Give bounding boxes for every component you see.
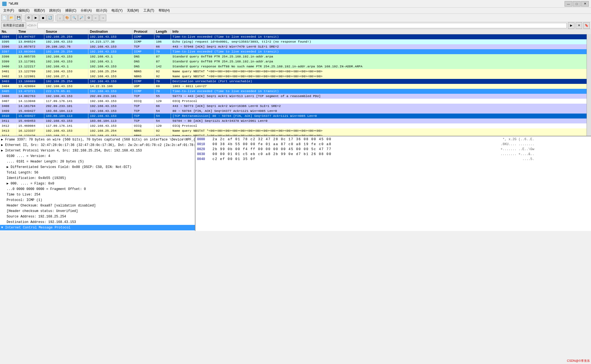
table-row[interactable]: 339913.117301192.168.43.153192.168.43.1D… (0, 59, 591, 64)
table-row[interactable]: 340413.428094192.168.43.15314.22.33.106U… (0, 84, 591, 89)
title-bar: *WLAN — □ ✕ (0, 0, 591, 8)
filter-bar: 应用显示过滤器 «Ctrl-/> ▶ ✕ 🔖 (0, 22, 591, 29)
menu-capture[interactable]: 捕获(C) (63, 8, 79, 13)
menu-goto[interactable]: 跳转(G) (47, 8, 63, 13)
zoom-out-button[interactable]: 🔎 (78, 15, 85, 21)
filter-input[interactable] (37, 23, 567, 28)
stop-capture-button[interactable]: ⏹ (40, 15, 46, 21)
title-bar-controls[interactable]: — □ ✕ (565, 1, 589, 7)
minimize-button[interactable]: — (565, 1, 572, 7)
table-row[interactable]: 340113.122709192.168.43.153192.168.25.25… (0, 69, 591, 74)
detail-line[interactable]: ▶ Differentiated Services Field: 0x00 (D… (0, 164, 195, 170)
detail-line[interactable]: .... 0101 = Header Length: 20 bytes (5) (0, 159, 195, 164)
col-proto[interactable]: Protocol (132, 29, 154, 34)
menu-wireless[interactable]: 无线(W) (125, 8, 141, 13)
table-row[interactable]: 340213.122801192.168.27.1192.168.43.153N… (0, 74, 591, 79)
filter-bookmark-button[interactable]: 🔖 (583, 22, 590, 29)
detail-line[interactable]: [Header checksum status: Unverified] (0, 208, 195, 214)
table-row[interactable]: 341316.123337192.168.43.153192.168.25.25… (0, 128, 591, 133)
scroll-autoscroll-button[interactable]: ↓ (57, 15, 63, 21)
menu-analyze[interactable]: 分析(A) (78, 8, 94, 13)
table-row[interactable]: 341215.460084117.89.176.141192.168.43.15… (0, 123, 591, 128)
table-row[interactable]: 341115.449453192.168.43.153183.66.104.11… (0, 118, 591, 123)
table-row[interactable]: 341015.449427183.66.104.113192.168.43.15… (0, 114, 591, 118)
capture-opts-button[interactable]: ⚙ (25, 15, 32, 21)
menu-view[interactable]: 视图(V) (32, 8, 47, 13)
colorize-button[interactable]: 🎨 (64, 15, 70, 21)
filter-clear-button[interactable]: ✕ (576, 22, 582, 29)
table-row[interactable]: 340513.473721222.176.65.81192.168.43.153… (0, 89, 591, 94)
detail-line[interactable]: 0100 .... = Version: 4 (0, 153, 195, 159)
hex-row: 003000 00 01 01 c5 eb c0 a8 2b 99 0e d7 … (197, 152, 534, 157)
filter-apply-button[interactable]: ▶ (568, 22, 574, 29)
menu-statistics[interactable]: 统计(S) (94, 8, 109, 13)
table-row[interactable]: 339713.083966192.168.25.254192.168.43.15… (0, 49, 591, 54)
packet-list-body: 339413.047437192.168.25.254192.168.43.15… (0, 34, 591, 137)
detail-line[interactable]: ▼ Internet Control Message Protocol (0, 225, 195, 230)
packet-list-scrollbar[interactable] (587, 29, 591, 136)
detail-line[interactable]: Time to Live: 254 (0, 192, 195, 197)
watermark: CSDN@©李淮东 (567, 359, 590, 363)
hex-panel: 00002a 2c af 01 78 c2 32 47 28 0c 17 36 … (195, 136, 591, 231)
forward-button[interactable]: → (100, 15, 106, 21)
table-row[interactable]: 340013.122217192.168.43.1192.168.43.153D… (0, 64, 591, 69)
col-source[interactable]: Source (44, 29, 88, 34)
detail-line[interactable]: ▶ 000. .... = Flags: 0x0 (0, 181, 195, 186)
col-no[interactable]: No. (0, 29, 17, 34)
detail-line[interactable]: Source Address: 192.168.25.254 (0, 214, 195, 219)
zoom-in-button[interactable]: 🔍 (71, 15, 78, 21)
table-row[interactable]: 339613.05787220.198.162.76192.168.43.153… (0, 44, 591, 49)
table-row[interactable]: 339413.047437192.168.25.254192.168.43.15… (0, 34, 591, 39)
filter-shortcut: «Ctrl-/> (27, 24, 36, 27)
table-row[interactable]: 340614.082763192.168.43.153202.89.233.10… (0, 94, 591, 99)
menu-phone[interactable]: 电话(Y) (109, 8, 125, 13)
detail-line[interactable]: ...0 0000 0000 0000 = Fragment Offset: 0 (0, 186, 195, 192)
col-time[interactable]: Time (17, 29, 44, 34)
separator-2 (55, 15, 56, 21)
menu-edit[interactable]: 编辑(E) (16, 8, 32, 13)
zoom-reset-button[interactable]: ⊙ (85, 15, 92, 21)
menu-file[interactable]: 文件(F) (1, 8, 16, 13)
window-title: *WLAN (8, 2, 18, 6)
hex-lines: 00002a 2c af 01 78 c2 32 47 28 0c 17 36 … (197, 137, 534, 162)
detail-line[interactable]: Protocol: ICMP (1) (0, 197, 195, 203)
new-button[interactable]: 📄 (1, 15, 8, 21)
detail-line[interactable]: ▶ Internet Protocol Version 4, Src: 192.… (0, 148, 195, 153)
detail-line[interactable]: Header Checksum: 0xaa87 [validation disa… (0, 203, 195, 208)
back-button[interactable]: ← (92, 15, 99, 21)
menu-bar: 文件(F) 编辑(E) 视图(V) 跳转(G) 捕获(C) 分析(A) 统计(S… (0, 8, 591, 14)
open-button[interactable]: 📂 (8, 15, 15, 21)
table-row[interactable]: 340714.113048117.89.176.141192.168.43.15… (0, 99, 591, 104)
hex-row: 0040c2 ef 00 01 35 0f....5. (197, 157, 534, 162)
table-row[interactable]: 340814.161794202.89.233.101192.168.43.15… (0, 104, 591, 109)
col-info[interactable]: Info (171, 29, 591, 34)
menu-help[interactable]: 帮助(H) (156, 8, 172, 13)
start-capture-button[interactable]: ▶ (32, 15, 39, 21)
packet-list[interactable]: No. Time Source Destination Protocol Len… (0, 29, 591, 136)
save-button[interactable]: 💾 (15, 15, 22, 21)
table-row[interactable]: 339513.048524192.168.43.15314.215.177.38… (0, 39, 591, 44)
table-row[interactable]: 341416.123426192.168.27.1192.168.43.153N… (0, 133, 591, 137)
detail-line[interactable]: ▶ Ethernet II, Src: 32:47:28:0c:17:36 (3… (0, 142, 195, 148)
table-row[interactable]: 340915.449427183.66.104.113192.168.43.15… (0, 109, 591, 114)
restart-capture-button[interactable]: 🔄 (47, 15, 53, 21)
separator-1 (23, 15, 24, 21)
menu-tools[interactable]: 工具(T) (141, 8, 156, 13)
detail-tree[interactable]: ▶ Frame 3397: 70 bytes on wire (560 bits… (0, 136, 195, 231)
table-row[interactable]: 340313.160889192.168.25.254192.168.43.15… (0, 79, 591, 84)
close-button[interactable]: ✕ (581, 1, 589, 7)
maximize-button[interactable]: □ (573, 1, 581, 7)
detail-line[interactable]: ▶ Frame 3397: 70 bytes on wire (560 bits… (0, 137, 195, 142)
detail-line[interactable]: Identification: 0x4b55 (19285) (0, 175, 195, 181)
col-len[interactable]: Length (154, 29, 171, 34)
detail-line[interactable]: Total Length: 56 (0, 170, 195, 175)
hex-row: 001000 38 4b 55 00 00 fe 01 aa 87 c0 a8 … (197, 142, 534, 147)
hex-row: 00202b 99 0b 00 f4 ff 00 00 00 00 45 00 … (197, 147, 534, 152)
col-dest[interactable]: Destination (88, 29, 132, 34)
toolbar: 📄 📂 💾 ⚙ ▶ ⏹ 🔄 ↓ 🎨 🔍 🔎 ⊙ ← → (0, 14, 591, 22)
hex-row: 00002a 2c af 01 78 c2 32 47 28 0c 17 36 … (197, 137, 534, 142)
table-row[interactable]: 339813.085735192.168.43.153192.168.43.1D… (0, 54, 591, 59)
app-icon (2, 2, 7, 6)
detail-line[interactable]: Destination Address: 192.168.43.153 (0, 219, 195, 225)
hex-ascii-panel (536, 136, 591, 231)
